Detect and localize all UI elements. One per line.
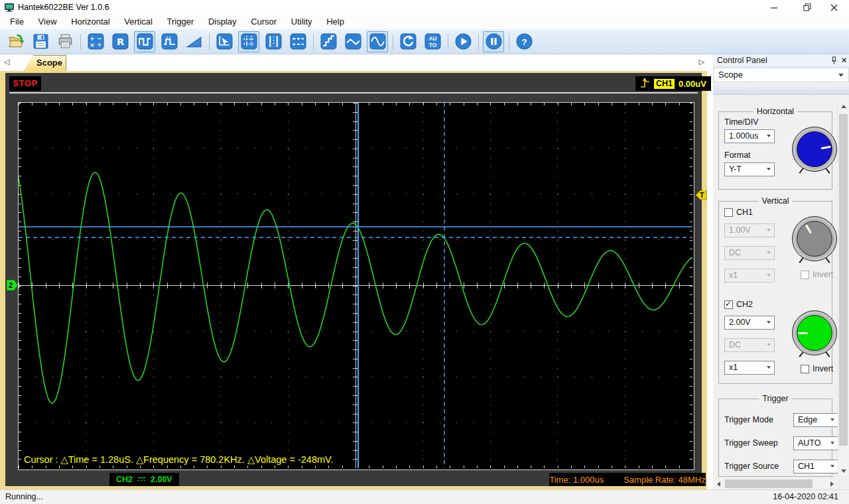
ch2-volts-dropdown[interactable]: 2.00V	[724, 316, 775, 330]
horizontal-scroll-thumb[interactable]	[725, 479, 813, 488]
cursor-measure-button[interactable]	[214, 31, 235, 52]
scroll-down-icon[interactable]	[838, 466, 848, 476]
ch2-volts-knob[interactable]	[792, 310, 837, 355]
menu-trigger[interactable]: Trigger	[161, 15, 200, 29]
horizontal-cursors-button[interactable]	[287, 31, 308, 52]
vertical-cursors-button[interactable]	[263, 31, 284, 52]
reference-wave-button[interactable]: R	[109, 31, 131, 52]
menu-vertical[interactable]: Vertical	[118, 15, 159, 29]
menu-display[interactable]: Display	[202, 15, 243, 29]
menu-utility[interactable]: Utility	[285, 15, 318, 29]
scope-plot[interactable]	[18, 102, 694, 470]
control-panel: Control Panel × Scope Horizontal Time/DI…	[713, 54, 849, 489]
trigger-source-label: Trigger Source	[724, 462, 779, 471]
tab-scroll-right-icon[interactable]: ▷	[696, 56, 707, 68]
pulse-wave-icon	[161, 33, 178, 50]
panel-close-icon[interactable]: ×	[840, 55, 848, 66]
scroll-up-icon[interactable]	[838, 101, 848, 111]
timebase-knob[interactable]	[792, 127, 837, 172]
auto-set-button[interactable]: AUTO	[422, 31, 443, 52]
cursor-measure-icon	[216, 33, 233, 50]
minimize-button[interactable]	[764, 0, 784, 15]
ch1-invert-row: Invert	[801, 270, 833, 279]
trigger-sweep-label: Trigger Sweep	[724, 438, 778, 448]
ramp-wave-button[interactable]	[183, 31, 204, 52]
menu-file[interactable]: File	[4, 15, 30, 29]
help-button[interactable]: ?	[513, 31, 535, 52]
trigger-sweep-dropdown[interactable]: AUTO	[793, 436, 838, 450]
open-file-button[interactable]	[5, 31, 27, 52]
print-icon	[57, 33, 74, 50]
date-time: 16-04-2020 02:41	[773, 490, 838, 504]
trigger-edge-icon	[640, 76, 650, 92]
ch2-checkbox[interactable]	[724, 300, 733, 309]
toolbar-separator	[393, 34, 393, 50]
scroll-left-icon[interactable]	[713, 479, 724, 489]
menu-cursor[interactable]: Cursor	[245, 15, 283, 29]
pause-icon	[486, 33, 502, 50]
ch1-coupling-dropdown[interactable]: DC	[724, 246, 775, 260]
ch2-invert-checkbox[interactable]	[801, 365, 809, 373]
math-function-button[interactable]: + −× ÷	[85, 31, 106, 52]
ch1-label: CH1	[736, 208, 753, 217]
ch2-coupling-dropdown[interactable]: DC	[724, 338, 775, 352]
pin-icon[interactable]	[830, 56, 838, 65]
play-button[interactable]	[452, 31, 474, 52]
menu-help[interactable]: Help	[320, 15, 350, 29]
ch2-invert-row: Invert	[801, 364, 833, 373]
restore-button[interactable]	[797, 0, 817, 15]
grid-icon	[241, 33, 257, 50]
refresh-button[interactable]	[397, 31, 419, 52]
ch2-position-marker[interactable]: 2	[7, 280, 19, 290]
pause-button[interactable]	[483, 31, 504, 52]
ch1-volts-dropdown[interactable]: 1.00V	[724, 223, 775, 237]
ch2-label: CH2	[736, 300, 753, 309]
format-dropdown[interactable]: Y-T	[724, 162, 775, 176]
trigger-level-marker[interactable]: T	[694, 190, 707, 200]
panel-toolbar-band	[713, 85, 849, 95]
ch1-checkbox[interactable]	[724, 208, 733, 217]
reference-wave-icon: R	[112, 33, 129, 50]
panel-selector-dropdown[interactable]: Scope	[713, 68, 849, 82]
tab-scope[interactable]: Scope	[24, 55, 66, 71]
toolbar-separator	[80, 34, 81, 50]
ramp-wave-icon	[186, 33, 202, 50]
refresh-icon	[400, 33, 417, 50]
ch2-probe-dropdown[interactable]: x1	[724, 361, 775, 375]
horizontal-group-title: Horizontal	[753, 107, 797, 116]
panel-vertical-scrollbar[interactable]	[838, 101, 848, 476]
ch2-enable-row: CH2	[724, 300, 753, 309]
menu-horizontal[interactable]: Horizontal	[65, 15, 116, 29]
ch1-invert-label: Invert	[813, 270, 833, 279]
square-wave-icon	[137, 33, 153, 50]
ch1-probe-dropdown[interactable]: x1	[724, 269, 775, 283]
step-wave-button[interactable]	[318, 31, 339, 52]
tab-scroll-left-icon[interactable]: ◁	[1, 56, 12, 68]
trigger-source-dropdown[interactable]: CH1	[793, 460, 838, 473]
ch1-volts-knob[interactable]	[792, 216, 837, 261]
ch1-invert-checkbox[interactable]	[801, 271, 809, 279]
time-div-dropdown[interactable]: 1.000us	[724, 129, 775, 143]
scope-page-frame: STOP CH1 0.00uV Cursor : △Time = 1.28uS.…	[0, 71, 707, 489]
save-button[interactable]	[30, 31, 51, 52]
line-wave-button[interactable]	[342, 31, 363, 52]
vertical-scroll-thumb[interactable]	[839, 114, 848, 446]
cursor-measurement-readout: Cursor : △Time = 1.28uS. △Frequency = 78…	[24, 454, 333, 465]
panel-horizontal-scrollbar[interactable]	[713, 479, 837, 489]
grid-button[interactable]	[238, 31, 259, 52]
close-button[interactable]	[824, 0, 844, 15]
square-wave-button[interactable]	[134, 31, 155, 52]
print-button[interactable]	[54, 31, 76, 52]
help-icon: ?	[516, 33, 533, 50]
pulse-wave-button[interactable]	[159, 31, 180, 52]
toolbar-separator	[478, 34, 479, 50]
sine-wave-button[interactable]	[367, 31, 388, 52]
status-bar: Running... 16-04-2020 02:41	[0, 489, 849, 504]
scroll-right-icon[interactable]	[826, 479, 837, 489]
trigger-mode-dropdown[interactable]: Edge	[793, 413, 838, 427]
application-window: Hantek6022BE Ver 1.0.6 File View Horizon…	[0, 0, 849, 504]
menu-view[interactable]: View	[33, 15, 63, 29]
format-label: Format	[724, 151, 751, 160]
save-icon	[33, 33, 49, 50]
control-panel-header: Control Panel ×	[713, 54, 849, 67]
